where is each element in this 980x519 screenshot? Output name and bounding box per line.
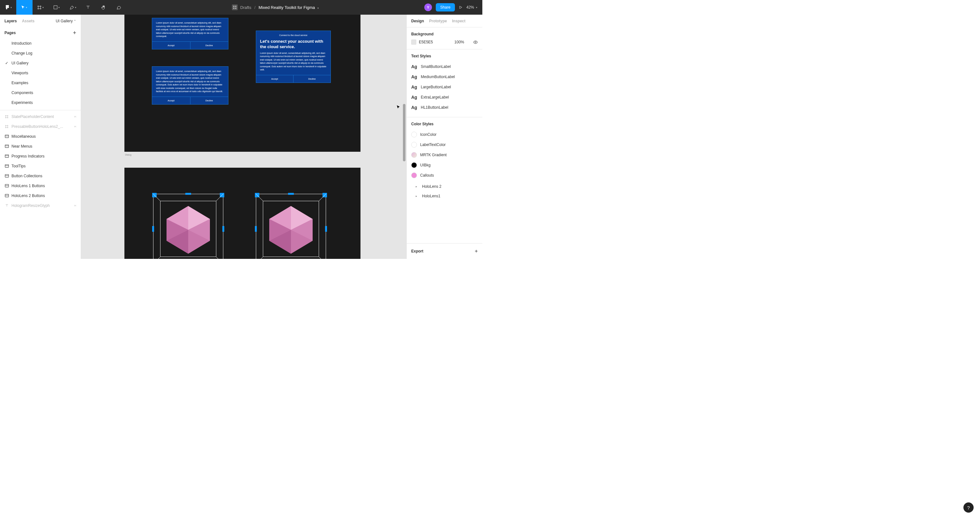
svg-line-37: [256, 194, 263, 201]
background-hex[interactable]: E5E5E5: [419, 40, 452, 44]
color-style-item[interactable]: IconColor: [411, 129, 478, 140]
color-style-item[interactable]: MRTK Gradient: [411, 150, 478, 160]
visibility-toggle-icon[interactable]: [473, 40, 478, 44]
add-export-button[interactable]: +: [475, 248, 478, 254]
color-group-item[interactable]: ▸HoloLens 2: [411, 182, 478, 191]
text-style-icon: Ag: [411, 64, 418, 69]
pen-tool-button[interactable]: ▾: [65, 0, 80, 15]
svg-line-28: [153, 257, 160, 259]
color-style-item[interactable]: UIBkg: [411, 160, 478, 170]
layer-item[interactable]: SlatePlaceholderContent›‹: [0, 111, 81, 121]
dialog-body-text: Lorem ipsum dolor sit amet, consectetuer…: [152, 67, 228, 97]
tab-assets[interactable]: Assets: [22, 19, 35, 23]
text-style-item[interactable]: AgMediumButtonLabel: [411, 72, 478, 82]
layer-item[interactable]: HoloLens 2 Buttons: [0, 190, 81, 200]
dialog-cloud[interactable]: Connect to the cloud service Let's conne…: [256, 30, 331, 83]
layer-item[interactable]: HoloLens 1 Buttons: [0, 181, 81, 190]
figma-menu-button[interactable]: ▾: [0, 0, 16, 15]
text-styles-title: Text Styles: [411, 54, 478, 58]
text-style-item[interactable]: AgExtraLargeLabel: [411, 92, 478, 102]
accept-button[interactable]: Accept: [152, 42, 190, 49]
project-folder[interactable]: Drafts: [240, 5, 251, 10]
section-icon: [5, 154, 9, 158]
text-tool-button[interactable]: [80, 0, 96, 15]
shape-tool-button[interactable]: ▾: [49, 0, 65, 15]
canvas-scrollbar[interactable]: [403, 104, 406, 161]
layer-item[interactable]: HologramResizeGlyph›‹: [0, 200, 81, 210]
section-icon: [5, 164, 9, 168]
layer-item[interactable]: Progress Indicators: [0, 151, 81, 161]
comment-tool-button[interactable]: [111, 0, 126, 15]
text-icon: [5, 204, 9, 207]
layer-item[interactable]: ToolTips: [0, 161, 81, 171]
frame-icon: [5, 125, 9, 129]
dialog-small[interactable]: Lorem ipsum dolor sit amet, consectetuer…: [152, 18, 228, 49]
accept-button[interactable]: Accept: [152, 97, 190, 104]
color-group-item[interactable]: ▸HoloLens1: [411, 191, 478, 201]
layers-list[interactable]: SlatePlaceholderContent›‹PressableButton…: [0, 110, 81, 259]
decline-button[interactable]: Decline: [293, 75, 331, 83]
share-button[interactable]: Share: [436, 3, 455, 11]
canvas[interactable]: Lorem ipsum dolor sit amet, consectetuer…: [81, 15, 406, 259]
page-item[interactable]: Viewports: [0, 68, 81, 78]
text-style-item[interactable]: AgSmallButtonLabel: [411, 62, 478, 72]
frame-dialogs[interactable]: Lorem ipsum dolor sit amet, consectetuer…: [124, 15, 361, 152]
layer-item[interactable]: PressableButtonHoloLens2_...›‹: [0, 121, 81, 131]
frame-label[interactable]: Dialog: [125, 154, 131, 156]
text-style-item[interactable]: AgHL1ButtonLabel: [411, 102, 478, 113]
decline-button[interactable]: Decline: [190, 97, 228, 104]
page-item[interactable]: Experiments: [0, 98, 81, 108]
breadcrumb[interactable]: Drafts / Mixed Reality Toolkit for Figma…: [240, 5, 319, 10]
chevron-down-icon[interactable]: ▾: [317, 7, 319, 10]
svg-rect-17: [5, 194, 9, 197]
avatar[interactable]: Y: [424, 3, 432, 11]
zoom-value: 42%: [466, 5, 474, 10]
accept-button[interactable]: Accept: [256, 75, 293, 83]
section-icon: [5, 194, 9, 197]
text-style-item[interactable]: AgLargeButtonLabel: [411, 82, 478, 92]
svg-line-29: [216, 257, 223, 259]
chevron-up-icon: ⌃: [74, 19, 76, 23]
move-tool-button[interactable]: ▾: [16, 0, 33, 15]
tab-layers[interactable]: Layers: [5, 19, 17, 23]
background-swatch[interactable]: [411, 40, 416, 44]
page-selector[interactable]: UI Gallery ⌃: [56, 19, 76, 23]
dialog-subtitle: Connect to the cloud service: [256, 31, 331, 37]
hand-tool-button[interactable]: [96, 0, 111, 15]
background-opacity[interactable]: 100%: [454, 40, 464, 44]
svg-line-26: [153, 194, 160, 201]
frame-icon: [5, 115, 9, 119]
svg-rect-1: [233, 6, 234, 7]
hologram-bounding-box[interactable]: [256, 194, 326, 259]
wireframe-lines: [153, 194, 223, 259]
layer-item[interactable]: Button Collections: [0, 171, 81, 181]
color-style-item[interactable]: Callouts: [411, 170, 478, 181]
page-item[interactable]: Components: [0, 88, 81, 98]
add-page-button[interactable]: +: [73, 30, 76, 37]
document-title[interactable]: Mixed Reality Toolkit for Figma: [259, 5, 315, 10]
text-style-icon: Ag: [411, 74, 418, 79]
chevron-down-icon: ▾: [476, 6, 477, 9]
decline-button[interactable]: Decline: [190, 42, 228, 49]
present-button[interactable]: [459, 5, 463, 9]
frame-holograms[interactable]: [124, 168, 361, 259]
help-button[interactable]: ?: [963, 502, 974, 513]
section-icon: [5, 135, 9, 138]
layer-item[interactable]: Miscellaneous: [0, 131, 81, 141]
tab-inspect[interactable]: Inspect: [452, 19, 465, 23]
svg-rect-4: [235, 8, 236, 9]
frame-tool-button[interactable]: ▾: [33, 0, 49, 15]
dialog-long[interactable]: Lorem ipsum dolor sit amet, consectetuer…: [152, 66, 228, 105]
hologram-bounding-box[interactable]: [153, 194, 223, 259]
layer-item[interactable]: Near Menus: [0, 141, 81, 151]
color-style-item[interactable]: LabelTextColor: [411, 140, 478, 150]
page-item[interactable]: Change Log: [0, 48, 81, 58]
zoom-control[interactable]: 42% ▾: [466, 5, 477, 10]
tab-prototype[interactable]: Prototype: [429, 19, 447, 23]
tab-design[interactable]: Design: [411, 19, 424, 23]
left-panel: Layers Assets UI Gallery ⌃ Pages + Intro…: [0, 15, 81, 259]
page-item[interactable]: Introduction: [0, 38, 81, 48]
dialog-body-text: Lorem ipsum dolor sit amet, consectetuer…: [152, 18, 228, 41]
page-item[interactable]: Examples: [0, 78, 81, 88]
page-item[interactable]: ✓UI Gallery: [0, 58, 81, 68]
